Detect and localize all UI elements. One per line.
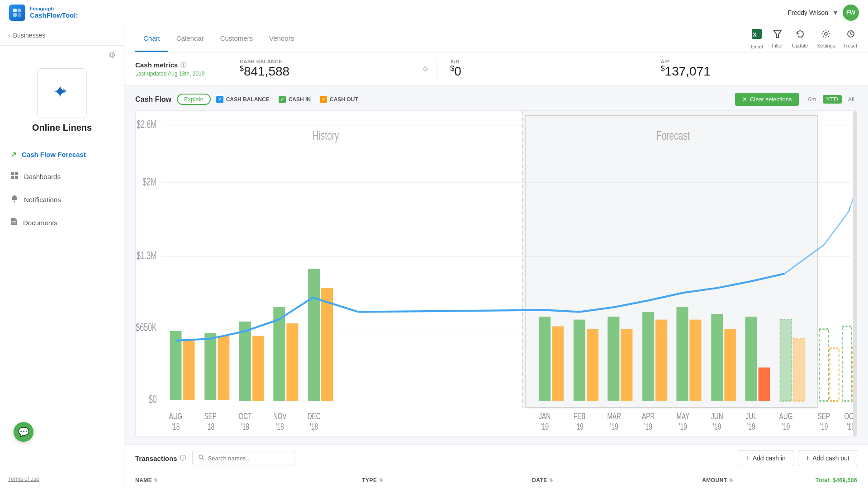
sidebar-terms: Terms of use [0, 469, 124, 488]
search-icon [198, 454, 204, 462]
svg-text:'19: '19 [747, 422, 755, 432]
metrics-label-area: Cash metrics ⓘ Last updated Aug 13th, 20… [135, 61, 226, 77]
update-button[interactable]: Update [792, 29, 808, 48]
metrics-bar: Cash metrics ⓘ Last updated Aug 13th, 20… [124, 52, 868, 85]
svg-text:MAR: MAR [607, 411, 621, 421]
svg-text:AUG: AUG [779, 411, 793, 421]
cash-balance-gear-icon[interactable]: ⚙ [422, 65, 429, 73]
svg-line-95 [202, 459, 204, 460]
svg-text:JUN: JUN [711, 411, 723, 421]
add-cash-out-button[interactable]: + Add cash out [798, 450, 857, 466]
col-date[interactable]: DATE ⇅ [532, 477, 702, 483]
time-all[interactable]: All [845, 95, 857, 104]
legend-balance[interactable]: ✓ CASH BALANCE [216, 96, 270, 103]
svg-rect-1 [18, 9, 21, 12]
reset-button[interactable]: Reset [844, 29, 857, 48]
clear-selections-button[interactable]: ✕ Clear selections [735, 93, 799, 106]
svg-text:'19: '19 [713, 422, 721, 432]
ar-metric: A/R $0 [436, 59, 646, 79]
col-type[interactable]: TYPE ⇅ [362, 477, 532, 483]
svg-text:SEP: SEP [204, 411, 217, 421]
app-logo-icon [9, 5, 25, 21]
svg-text:'19: '19 [782, 422, 790, 432]
sort-icon-date: ⇅ [549, 478, 553, 483]
settings-button[interactable]: Settings [817, 29, 835, 48]
tabs-list: Chart Calendar Customers Vendors [135, 25, 302, 52]
svg-rect-58 [780, 320, 792, 401]
settings-gear-icon[interactable]: ⚙ [109, 50, 116, 60]
add-cash-in-button[interactable]: + Add cash in [738, 450, 793, 466]
main-layout: ‹ Businesses ⚙ ✦ ✦ Online Linens ↗ Cash … [0, 25, 868, 488]
dropdown-arrow-icon[interactable]: ▾ [834, 8, 837, 17]
svg-rect-40 [286, 323, 298, 401]
sidebar-item-notifications[interactable]: Notifications [0, 188, 124, 211]
close-icon: ✕ [742, 96, 747, 103]
sidebar-item-documents[interactable]: Documents [0, 211, 124, 234]
svg-point-10 [14, 201, 15, 203]
svg-point-94 [199, 455, 203, 459]
transactions-info-icon[interactable]: ⓘ [180, 454, 186, 462]
tab-vendors[interactable]: Vendors [261, 25, 302, 52]
svg-text:'19: '19 [644, 422, 652, 432]
svg-rect-48 [607, 317, 619, 401]
chart-scrollbar[interactable] [853, 111, 857, 436]
info-icon[interactable]: ⓘ [180, 61, 186, 69]
filter-button[interactable]: Filter [772, 29, 783, 48]
transactions-left: Transactions ⓘ [135, 451, 295, 465]
legend-cashout[interactable]: ✓ CASH OUT [320, 96, 358, 103]
svg-text:'18: '18 [310, 422, 318, 432]
navbar: Finagraph CashFlowTool: Freddy Wilson ▾ … [0, 0, 868, 25]
svg-text:'19: '19 [541, 422, 549, 432]
svg-text:'19: '19 [575, 422, 583, 432]
sidebar-logo-area: ✦ ✦ Online Linens [0, 65, 124, 140]
svg-text:JUL: JUL [745, 411, 756, 421]
svg-rect-50 [642, 312, 654, 401]
tab-calendar[interactable]: Calendar [168, 25, 212, 52]
svg-text:Forecast: Forecast [657, 128, 690, 142]
svg-rect-41 [308, 269, 320, 401]
svg-rect-7 [15, 172, 18, 175]
svg-rect-0 [13, 9, 17, 12]
balance-check-icon: ✓ [216, 96, 223, 103]
time-ytd[interactable]: YTD [823, 95, 842, 104]
svg-text:X: X [753, 31, 757, 38]
col-amount[interactable]: AMOUNT ⇅ [702, 477, 816, 483]
cashflow-header: Cash Flow Explain ✓ CASH BALANCE ✓ CASH … [135, 93, 857, 106]
svg-text:APR: APR [642, 411, 655, 421]
back-to-businesses[interactable]: ‹ Businesses [0, 25, 124, 46]
col-name[interactable]: NAME ⇅ [135, 477, 362, 483]
chat-button[interactable]: 💬 [14, 422, 33, 442]
transactions-right: + Add cash in + Add cash out [738, 450, 857, 466]
navbar-left: Finagraph CashFlowTool: [9, 5, 78, 21]
svg-rect-37 [239, 322, 251, 401]
svg-text:'18: '18 [276, 422, 284, 432]
svg-text:MAY: MAY [677, 411, 690, 421]
tab-chart[interactable]: Chart [135, 25, 168, 52]
content-tabs: Chart Calendar Customers Vendors [124, 25, 868, 52]
sidebar-settings-area: ⚙ [0, 46, 124, 65]
svg-text:✦: ✦ [60, 85, 68, 97]
svg-rect-51 [655, 320, 667, 401]
user-avatar[interactable]: FW [843, 5, 859, 21]
sidebar-item-cashflow[interactable]: ↗ Cash Flow Forecast [0, 144, 124, 165]
svg-text:'19: '19 [610, 422, 618, 432]
legend-cashin[interactable]: ✓ CASH IN [279, 96, 311, 103]
time-6m[interactable]: 6m [805, 95, 819, 104]
back-label: Businesses [13, 32, 46, 39]
svg-rect-45 [552, 326, 564, 401]
cashflow-section: Cash Flow Explain ✓ CASH BALANCE ✓ CASH … [124, 85, 868, 444]
transactions-search[interactable] [192, 451, 295, 465]
search-input[interactable] [208, 455, 289, 462]
sidebar-item-dashboards[interactable]: Dashboards [0, 165, 124, 188]
svg-rect-6 [11, 172, 14, 175]
excel-button[interactable]: X Excel [751, 28, 763, 49]
svg-point-16 [825, 33, 827, 35]
transactions-title: Transactions ⓘ [135, 454, 186, 462]
dashboards-icon [10, 171, 19, 182]
cash-metrics-title: Cash metrics ⓘ [135, 61, 226, 69]
explain-button[interactable]: Explain [177, 94, 211, 105]
terms-link[interactable]: Terms of use [8, 476, 39, 482]
svg-rect-2 [13, 13, 17, 17]
tab-customers[interactable]: Customers [212, 25, 261, 52]
svg-rect-56 [745, 317, 757, 401]
